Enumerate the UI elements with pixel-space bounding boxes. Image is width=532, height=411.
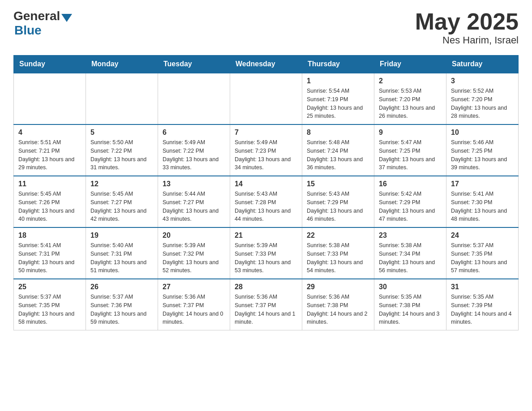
calendar-day-cell: 29Sunrise: 5:36 AMSunset: 7:38 PMDayligh… bbox=[302, 279, 374, 330]
day-number: 15 bbox=[307, 180, 369, 188]
calendar-day-cell: 24Sunrise: 5:37 AMSunset: 7:35 PMDayligh… bbox=[446, 227, 519, 279]
day-number: 11 bbox=[18, 180, 81, 188]
day-number: 10 bbox=[451, 128, 514, 137]
day-number: 25 bbox=[18, 283, 81, 291]
day-info: Sunrise: 5:35 AMSunset: 7:38 PMDaylight:… bbox=[379, 293, 442, 326]
day-number: 8 bbox=[307, 128, 369, 137]
day-info: Sunrise: 5:50 AMSunset: 7:22 PMDaylight:… bbox=[90, 138, 153, 172]
calendar-day-header: Monday bbox=[86, 56, 158, 73]
calendar-day-cell: 7Sunrise: 5:49 AMSunset: 7:23 PMDaylight… bbox=[230, 124, 302, 176]
day-info: Sunrise: 5:54 AMSunset: 7:19 PMDaylight:… bbox=[307, 87, 369, 120]
calendar-day-cell: 6Sunrise: 5:49 AMSunset: 7:22 PMDaylight… bbox=[158, 124, 230, 176]
day-info: Sunrise: 5:37 AMSunset: 7:35 PMDaylight:… bbox=[18, 293, 81, 326]
day-number: 5 bbox=[90, 128, 153, 137]
calendar-day-cell bbox=[86, 73, 158, 124]
calendar-day-header: Wednesday bbox=[230, 56, 302, 73]
day-number: 24 bbox=[451, 231, 514, 240]
day-info: Sunrise: 5:51 AMSunset: 7:21 PMDaylight:… bbox=[18, 138, 81, 172]
day-number: 21 bbox=[235, 231, 297, 240]
calendar-week-row: 11Sunrise: 5:45 AMSunset: 7:26 PMDayligh… bbox=[14, 176, 519, 227]
calendar-day-cell: 17Sunrise: 5:41 AMSunset: 7:30 PMDayligh… bbox=[446, 176, 519, 227]
calendar-day-cell: 14Sunrise: 5:43 AMSunset: 7:28 PMDayligh… bbox=[230, 176, 302, 227]
day-info: Sunrise: 5:44 AMSunset: 7:27 PMDaylight:… bbox=[163, 190, 225, 223]
calendar-day-cell: 21Sunrise: 5:39 AMSunset: 7:33 PMDayligh… bbox=[230, 227, 302, 279]
day-info: Sunrise: 5:43 AMSunset: 7:29 PMDaylight:… bbox=[307, 190, 369, 223]
calendar-day-cell: 9Sunrise: 5:47 AMSunset: 7:25 PMDaylight… bbox=[374, 124, 446, 176]
day-info: Sunrise: 5:36 AMSunset: 7:37 PMDaylight:… bbox=[235, 293, 297, 326]
day-info: Sunrise: 5:45 AMSunset: 7:27 PMDaylight:… bbox=[90, 190, 153, 223]
calendar-day-cell: 28Sunrise: 5:36 AMSunset: 7:37 PMDayligh… bbox=[230, 279, 302, 330]
day-info: Sunrise: 5:41 AMSunset: 7:31 PMDaylight:… bbox=[18, 241, 81, 275]
calendar-day-header: Saturday bbox=[446, 56, 519, 73]
logo: General Blue bbox=[13, 9, 72, 38]
title-section: May 2025 Nes Harim, Israel bbox=[415, 9, 519, 46]
calendar-day-cell bbox=[158, 73, 230, 124]
calendar-week-row: 25Sunrise: 5:37 AMSunset: 7:35 PMDayligh… bbox=[14, 279, 519, 330]
day-info: Sunrise: 5:38 AMSunset: 7:34 PMDaylight:… bbox=[379, 241, 442, 275]
calendar-day-cell: 16Sunrise: 5:42 AMSunset: 7:29 PMDayligh… bbox=[374, 176, 446, 227]
day-info: Sunrise: 5:43 AMSunset: 7:28 PMDaylight:… bbox=[235, 190, 297, 223]
day-number: 23 bbox=[379, 231, 442, 240]
day-number: 9 bbox=[379, 128, 442, 137]
day-info: Sunrise: 5:41 AMSunset: 7:30 PMDaylight:… bbox=[451, 190, 514, 223]
calendar-day-cell: 10Sunrise: 5:46 AMSunset: 7:25 PMDayligh… bbox=[446, 124, 519, 176]
logo-arrow-icon bbox=[61, 14, 72, 22]
calendar-day-cell: 31Sunrise: 5:35 AMSunset: 7:39 PMDayligh… bbox=[446, 279, 519, 330]
calendar-week-row: 4Sunrise: 5:51 AMSunset: 7:21 PMDaylight… bbox=[14, 124, 519, 176]
day-info: Sunrise: 5:35 AMSunset: 7:39 PMDaylight:… bbox=[451, 293, 514, 326]
day-info: Sunrise: 5:49 AMSunset: 7:22 PMDaylight:… bbox=[163, 138, 225, 172]
calendar-day-cell: 4Sunrise: 5:51 AMSunset: 7:21 PMDaylight… bbox=[14, 124, 86, 176]
day-number: 14 bbox=[235, 180, 297, 188]
calendar-week-row: 1Sunrise: 5:54 AMSunset: 7:19 PMDaylight… bbox=[14, 73, 519, 124]
day-number: 16 bbox=[379, 180, 442, 188]
day-number: 7 bbox=[235, 128, 297, 137]
calendar-day-cell: 30Sunrise: 5:35 AMSunset: 7:38 PMDayligh… bbox=[374, 279, 446, 330]
day-info: Sunrise: 5:39 AMSunset: 7:33 PMDaylight:… bbox=[235, 241, 297, 275]
calendar-day-cell: 18Sunrise: 5:41 AMSunset: 7:31 PMDayligh… bbox=[14, 227, 86, 279]
calendar-day-cell: 3Sunrise: 5:52 AMSunset: 7:20 PMDaylight… bbox=[446, 73, 519, 124]
day-number: 18 bbox=[18, 231, 81, 240]
day-info: Sunrise: 5:36 AMSunset: 7:37 PMDaylight:… bbox=[163, 293, 225, 326]
calendar-day-cell: 20Sunrise: 5:39 AMSunset: 7:32 PMDayligh… bbox=[158, 227, 230, 279]
day-number: 30 bbox=[379, 283, 442, 291]
calendar-day-header: Sunday bbox=[14, 56, 86, 73]
logo-general-text: General bbox=[13, 9, 60, 23]
day-info: Sunrise: 5:53 AMSunset: 7:20 PMDaylight:… bbox=[379, 87, 442, 120]
day-number: 28 bbox=[235, 283, 297, 291]
calendar-day-cell bbox=[230, 73, 302, 124]
calendar-header-row: SundayMondayTuesdayWednesdayThursdayFrid… bbox=[14, 56, 519, 73]
day-number: 29 bbox=[307, 283, 369, 291]
day-number: 22 bbox=[307, 231, 369, 240]
day-number: 31 bbox=[451, 283, 514, 291]
calendar-day-cell: 2Sunrise: 5:53 AMSunset: 7:20 PMDaylight… bbox=[374, 73, 446, 124]
day-info: Sunrise: 5:37 AMSunset: 7:35 PMDaylight:… bbox=[451, 241, 514, 275]
day-number: 12 bbox=[90, 180, 153, 188]
calendar-day-cell: 26Sunrise: 5:37 AMSunset: 7:36 PMDayligh… bbox=[86, 279, 158, 330]
day-number: 2 bbox=[379, 77, 442, 85]
calendar-title: May 2025 bbox=[415, 9, 519, 34]
day-number: 4 bbox=[18, 128, 81, 137]
page-header: General Blue May 2025 Nes Harim, Israel bbox=[13, 9, 519, 46]
day-info: Sunrise: 5:48 AMSunset: 7:24 PMDaylight:… bbox=[307, 138, 369, 172]
day-info: Sunrise: 5:40 AMSunset: 7:31 PMDaylight:… bbox=[90, 241, 153, 275]
calendar-day-cell: 25Sunrise: 5:37 AMSunset: 7:35 PMDayligh… bbox=[14, 279, 86, 330]
day-info: Sunrise: 5:38 AMSunset: 7:33 PMDaylight:… bbox=[307, 241, 369, 275]
logo-blue-text: Blue bbox=[14, 23, 42, 38]
day-number: 1 bbox=[307, 77, 369, 85]
day-info: Sunrise: 5:39 AMSunset: 7:32 PMDaylight:… bbox=[163, 241, 225, 275]
day-info: Sunrise: 5:37 AMSunset: 7:36 PMDaylight:… bbox=[90, 293, 153, 326]
calendar-day-cell: 13Sunrise: 5:44 AMSunset: 7:27 PMDayligh… bbox=[158, 176, 230, 227]
calendar-day-cell bbox=[14, 73, 86, 124]
calendar-day-cell: 1Sunrise: 5:54 AMSunset: 7:19 PMDaylight… bbox=[302, 73, 374, 124]
calendar-table: SundayMondayTuesdayWednesdayThursdayFrid… bbox=[13, 55, 519, 330]
day-number: 26 bbox=[90, 283, 153, 291]
calendar-day-header: Tuesday bbox=[158, 56, 230, 73]
calendar-day-cell: 22Sunrise: 5:38 AMSunset: 7:33 PMDayligh… bbox=[302, 227, 374, 279]
day-info: Sunrise: 5:47 AMSunset: 7:25 PMDaylight:… bbox=[379, 138, 442, 172]
day-info: Sunrise: 5:45 AMSunset: 7:26 PMDaylight:… bbox=[18, 190, 81, 223]
calendar-day-cell: 12Sunrise: 5:45 AMSunset: 7:27 PMDayligh… bbox=[86, 176, 158, 227]
day-number: 17 bbox=[451, 180, 514, 188]
calendar-day-cell: 8Sunrise: 5:48 AMSunset: 7:24 PMDaylight… bbox=[302, 124, 374, 176]
day-info: Sunrise: 5:36 AMSunset: 7:38 PMDaylight:… bbox=[307, 293, 369, 326]
day-info: Sunrise: 5:42 AMSunset: 7:29 PMDaylight:… bbox=[379, 190, 442, 223]
